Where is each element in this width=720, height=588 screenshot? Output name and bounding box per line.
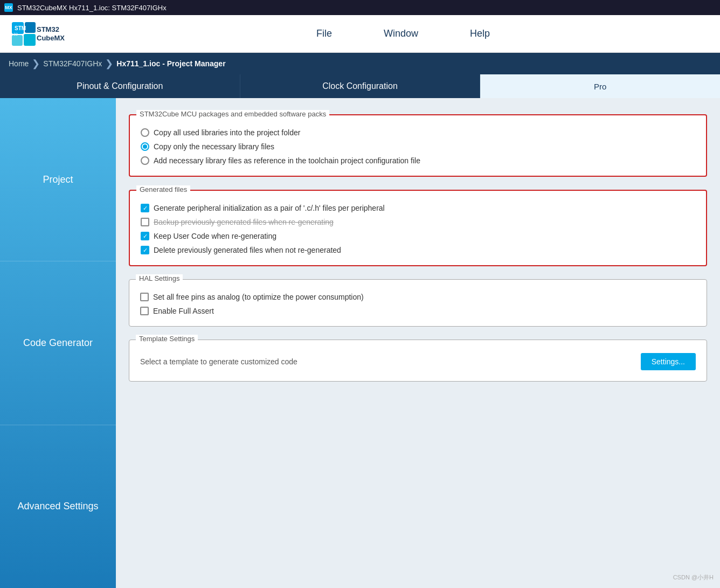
checkbox-box-2 <box>141 218 149 226</box>
svg-text:STM: STM <box>15 25 26 31</box>
tab-bar: Pinout & Configuration Clock Configurati… <box>0 74 720 98</box>
menu-bar: STM 32 STM32 CubeMX File Window Help <box>0 15 720 53</box>
sidebar: Project Code Generator Advanced Settings <box>0 98 116 588</box>
checkbox-full-assert[interactable]: Enable Full Assert <box>140 307 696 315</box>
mcu-packages-options: Copy all used libraries into the project… <box>141 128 695 165</box>
main-layout: Project Code Generator Advanced Settings… <box>0 98 720 588</box>
hal-checkbox-1 <box>140 293 149 301</box>
menu-file[interactable]: File <box>312 26 336 41</box>
template-description: Select a template to generate customized… <box>140 357 297 366</box>
mcu-packages-section: STM32Cube MCU packages and embedded soft… <box>129 114 707 177</box>
radio-label-1: Copy all used libraries into the project… <box>154 128 300 137</box>
tab-clock[interactable]: Clock Configuration <box>240 74 481 98</box>
checkbox-box-1: ✓ <box>141 204 149 212</box>
radio-circle-2 <box>141 142 149 151</box>
mcu-packages-title: STM32Cube MCU packages and embedded soft… <box>136 110 329 118</box>
svg-text:32: 32 <box>13 32 18 36</box>
window-title: STM32CubeMX Hx711_1.ioc: STM32F407IGHx <box>17 4 167 12</box>
breadcrumb-home[interactable]: Home <box>9 59 29 68</box>
sidebar-item-code-generator[interactable]: Code Generator <box>0 261 116 425</box>
hal-options: Set all free pins as analog (to optimize… <box>140 293 696 315</box>
hal-settings-section: HAL Settings Set all free pins as analog… <box>129 279 707 327</box>
checkbox-label-1: Generate peripheral initialization as a … <box>154 204 385 212</box>
sidebar-item-advanced-settings[interactable]: Advanced Settings <box>0 425 116 588</box>
generated-files-section: Generated files ✓ Generate peripheral in… <box>129 190 707 266</box>
svg-rect-2 <box>12 35 23 46</box>
radio-circle-3 <box>141 156 149 165</box>
template-settings-section: Template Settings Select a template to g… <box>129 340 707 382</box>
checkbox-generate-peripheral[interactable]: ✓ Generate peripheral initialization as … <box>141 204 695 212</box>
checkbox-keep-user-code[interactable]: ✓ Keep User Code when re-generating <box>141 232 695 240</box>
logo: STM 32 STM32 CubeMX <box>11 21 65 47</box>
menu-items: File Window Help <box>97 26 709 41</box>
checkbox-delete-previous[interactable]: ✓ Delete previously generated files when… <box>141 246 695 254</box>
hal-label-1: Set all free pins as analog (to optimize… <box>153 293 364 301</box>
svg-rect-1 <box>25 22 36 33</box>
checkbox-backup[interactable]: Backup previously generated files when r… <box>141 218 695 226</box>
radio-copy-necessary[interactable]: Copy only the necessary library files <box>141 142 695 151</box>
breadcrumb-chip[interactable]: STM32F407IGHx <box>43 59 102 68</box>
content-area: STM32Cube MCU packages and embedded soft… <box>116 98 720 588</box>
watermark: CSDN @小井H <box>673 573 714 582</box>
breadcrumb-project[interactable]: Hx711_1.ioc - Project Manager <box>116 59 225 68</box>
hal-settings-title: HAL Settings <box>136 274 183 282</box>
tab-project-manager[interactable]: Pro <box>480 74 720 98</box>
menu-window[interactable]: Window <box>379 26 423 41</box>
checkbox-box-4: ✓ <box>141 246 149 254</box>
svg-rect-3 <box>24 34 36 46</box>
tab-pinout[interactable]: Pinout & Configuration <box>0 74 240 98</box>
radio-copy-all[interactable]: Copy all used libraries into the project… <box>141 128 695 137</box>
checkbox-label-3: Keep User Code when re-generating <box>154 232 276 240</box>
hal-label-2: Enable Full Assert <box>153 307 214 315</box>
checkbox-label-2: Backup previously generated files when r… <box>154 218 334 226</box>
generated-files-options: ✓ Generate peripheral initialization as … <box>141 204 695 254</box>
radio-label-2: Copy only the necessary library files <box>154 142 274 151</box>
radio-label-3: Add necessary library files as reference… <box>154 156 420 165</box>
generated-files-title: Generated files <box>136 185 190 193</box>
hal-checkbox-2 <box>140 307 149 315</box>
template-settings-title: Template Settings <box>136 335 198 343</box>
menu-help[interactable]: Help <box>466 26 494 41</box>
breadcrumb: Home ❯ STM32F407IGHx ❯ Hx711_1.ioc - Pro… <box>0 53 720 74</box>
radio-add-reference[interactable]: Add necessary library files as reference… <box>141 156 695 165</box>
logo-text: STM32 CubeMX <box>37 25 65 42</box>
checkbox-label-4: Delete previously generated files when n… <box>154 246 341 254</box>
radio-circle-1 <box>141 128 149 137</box>
template-row: Select a template to generate customized… <box>140 353 696 370</box>
app-icon: MX <box>4 3 13 12</box>
sidebar-item-project[interactable]: Project <box>0 98 116 261</box>
title-bar: MX STM32CubeMX Hx711_1.ioc: STM32F407IGH… <box>0 0 720 15</box>
checkbox-box-3: ✓ <box>141 232 149 240</box>
settings-button[interactable]: Settings... <box>641 353 696 370</box>
checkbox-free-pins[interactable]: Set all free pins as analog (to optimize… <box>140 293 696 301</box>
